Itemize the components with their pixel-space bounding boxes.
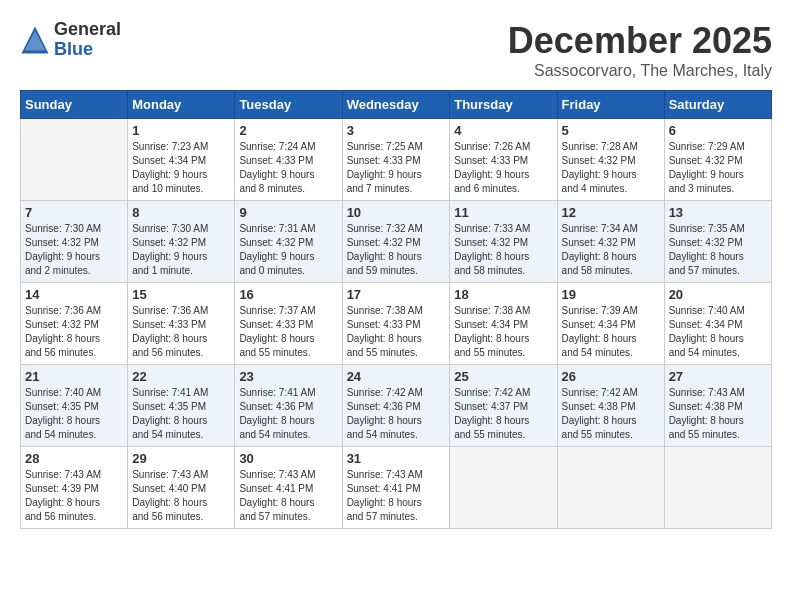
day-number: 14: [25, 287, 123, 302]
calendar-day-cell: 13Sunrise: 7:35 AM Sunset: 4:32 PM Dayli…: [664, 201, 771, 283]
logo-general-text: General: [54, 20, 121, 40]
calendar-day-cell: 31Sunrise: 7:43 AM Sunset: 4:41 PM Dayli…: [342, 447, 450, 529]
day-info: Sunrise: 7:43 AM Sunset: 4:39 PM Dayligh…: [25, 468, 123, 524]
logo-text: General Blue: [54, 20, 121, 60]
weekday-header-saturday: Saturday: [664, 91, 771, 119]
weekday-header-friday: Friday: [557, 91, 664, 119]
day-number: 19: [562, 287, 660, 302]
day-info: Sunrise: 7:42 AM Sunset: 4:36 PM Dayligh…: [347, 386, 446, 442]
calendar-day-cell: 21Sunrise: 7:40 AM Sunset: 4:35 PM Dayli…: [21, 365, 128, 447]
month-title: December 2025: [508, 20, 772, 62]
day-number: 10: [347, 205, 446, 220]
location-title: Sassocorvaro, The Marches, Italy: [508, 62, 772, 80]
day-number: 5: [562, 123, 660, 138]
calendar-day-cell: 2Sunrise: 7:24 AM Sunset: 4:33 PM Daylig…: [235, 119, 342, 201]
calendar-week-row: 28Sunrise: 7:43 AM Sunset: 4:39 PM Dayli…: [21, 447, 772, 529]
logo: General Blue: [20, 20, 121, 60]
day-number: 25: [454, 369, 552, 384]
logo-blue-text: Blue: [54, 40, 121, 60]
day-number: 2: [239, 123, 337, 138]
day-info: Sunrise: 7:42 AM Sunset: 4:37 PM Dayligh…: [454, 386, 552, 442]
day-info: Sunrise: 7:41 AM Sunset: 4:36 PM Dayligh…: [239, 386, 337, 442]
calendar-day-cell: 4Sunrise: 7:26 AM Sunset: 4:33 PM Daylig…: [450, 119, 557, 201]
calendar-day-cell: 20Sunrise: 7:40 AM Sunset: 4:34 PM Dayli…: [664, 283, 771, 365]
day-number: 18: [454, 287, 552, 302]
calendar-day-cell: 14Sunrise: 7:36 AM Sunset: 4:32 PM Dayli…: [21, 283, 128, 365]
calendar-table: SundayMondayTuesdayWednesdayThursdayFrid…: [20, 90, 772, 529]
calendar-day-cell: 16Sunrise: 7:37 AM Sunset: 4:33 PM Dayli…: [235, 283, 342, 365]
day-info: Sunrise: 7:35 AM Sunset: 4:32 PM Dayligh…: [669, 222, 767, 278]
day-info: Sunrise: 7:36 AM Sunset: 4:33 PM Dayligh…: [132, 304, 230, 360]
calendar-week-row: 7Sunrise: 7:30 AM Sunset: 4:32 PM Daylig…: [21, 201, 772, 283]
day-info: Sunrise: 7:29 AM Sunset: 4:32 PM Dayligh…: [669, 140, 767, 196]
day-info: Sunrise: 7:40 AM Sunset: 4:34 PM Dayligh…: [669, 304, 767, 360]
day-number: 1: [132, 123, 230, 138]
calendar-day-cell: 7Sunrise: 7:30 AM Sunset: 4:32 PM Daylig…: [21, 201, 128, 283]
day-info: Sunrise: 7:33 AM Sunset: 4:32 PM Dayligh…: [454, 222, 552, 278]
calendar-day-cell: 24Sunrise: 7:42 AM Sunset: 4:36 PM Dayli…: [342, 365, 450, 447]
day-number: 3: [347, 123, 446, 138]
weekday-header-monday: Monday: [128, 91, 235, 119]
day-info: Sunrise: 7:23 AM Sunset: 4:34 PM Dayligh…: [132, 140, 230, 196]
calendar-empty-cell: [450, 447, 557, 529]
day-info: Sunrise: 7:40 AM Sunset: 4:35 PM Dayligh…: [25, 386, 123, 442]
day-number: 12: [562, 205, 660, 220]
calendar-header-row: SundayMondayTuesdayWednesdayThursdayFrid…: [21, 91, 772, 119]
calendar-day-cell: 11Sunrise: 7:33 AM Sunset: 4:32 PM Dayli…: [450, 201, 557, 283]
weekday-header-wednesday: Wednesday: [342, 91, 450, 119]
day-number: 4: [454, 123, 552, 138]
calendar-day-cell: 6Sunrise: 7:29 AM Sunset: 4:32 PM Daylig…: [664, 119, 771, 201]
day-number: 7: [25, 205, 123, 220]
day-number: 31: [347, 451, 446, 466]
day-number: 27: [669, 369, 767, 384]
day-info: Sunrise: 7:34 AM Sunset: 4:32 PM Dayligh…: [562, 222, 660, 278]
day-number: 26: [562, 369, 660, 384]
calendar-week-row: 14Sunrise: 7:36 AM Sunset: 4:32 PM Dayli…: [21, 283, 772, 365]
weekday-header-tuesday: Tuesday: [235, 91, 342, 119]
day-number: 21: [25, 369, 123, 384]
day-info: Sunrise: 7:43 AM Sunset: 4:40 PM Dayligh…: [132, 468, 230, 524]
day-info: Sunrise: 7:37 AM Sunset: 4:33 PM Dayligh…: [239, 304, 337, 360]
calendar-day-cell: 18Sunrise: 7:38 AM Sunset: 4:34 PM Dayli…: [450, 283, 557, 365]
day-number: 8: [132, 205, 230, 220]
calendar-empty-cell: [664, 447, 771, 529]
day-info: Sunrise: 7:25 AM Sunset: 4:33 PM Dayligh…: [347, 140, 446, 196]
calendar-day-cell: 19Sunrise: 7:39 AM Sunset: 4:34 PM Dayli…: [557, 283, 664, 365]
day-number: 9: [239, 205, 337, 220]
calendar-day-cell: 9Sunrise: 7:31 AM Sunset: 4:32 PM Daylig…: [235, 201, 342, 283]
day-info: Sunrise: 7:38 AM Sunset: 4:33 PM Dayligh…: [347, 304, 446, 360]
day-info: Sunrise: 7:41 AM Sunset: 4:35 PM Dayligh…: [132, 386, 230, 442]
calendar-day-cell: 30Sunrise: 7:43 AM Sunset: 4:41 PM Dayli…: [235, 447, 342, 529]
day-info: Sunrise: 7:30 AM Sunset: 4:32 PM Dayligh…: [132, 222, 230, 278]
calendar-day-cell: 5Sunrise: 7:28 AM Sunset: 4:32 PM Daylig…: [557, 119, 664, 201]
calendar-empty-cell: [557, 447, 664, 529]
day-info: Sunrise: 7:39 AM Sunset: 4:34 PM Dayligh…: [562, 304, 660, 360]
calendar-day-cell: 22Sunrise: 7:41 AM Sunset: 4:35 PM Dayli…: [128, 365, 235, 447]
day-info: Sunrise: 7:30 AM Sunset: 4:32 PM Dayligh…: [25, 222, 123, 278]
day-info: Sunrise: 7:42 AM Sunset: 4:38 PM Dayligh…: [562, 386, 660, 442]
day-number: 24: [347, 369, 446, 384]
calendar-day-cell: 27Sunrise: 7:43 AM Sunset: 4:38 PM Dayli…: [664, 365, 771, 447]
day-number: 11: [454, 205, 552, 220]
day-number: 22: [132, 369, 230, 384]
calendar-day-cell: 8Sunrise: 7:30 AM Sunset: 4:32 PM Daylig…: [128, 201, 235, 283]
calendar-day-cell: 25Sunrise: 7:42 AM Sunset: 4:37 PM Dayli…: [450, 365, 557, 447]
day-number: 15: [132, 287, 230, 302]
day-info: Sunrise: 7:26 AM Sunset: 4:33 PM Dayligh…: [454, 140, 552, 196]
day-number: 17: [347, 287, 446, 302]
page-header: General Blue December 2025 Sassocorvaro,…: [20, 20, 772, 80]
day-info: Sunrise: 7:32 AM Sunset: 4:32 PM Dayligh…: [347, 222, 446, 278]
calendar-day-cell: 23Sunrise: 7:41 AM Sunset: 4:36 PM Dayli…: [235, 365, 342, 447]
day-number: 23: [239, 369, 337, 384]
calendar-day-cell: 10Sunrise: 7:32 AM Sunset: 4:32 PM Dayli…: [342, 201, 450, 283]
calendar-empty-cell: [21, 119, 128, 201]
day-info: Sunrise: 7:24 AM Sunset: 4:33 PM Dayligh…: [239, 140, 337, 196]
calendar-day-cell: 12Sunrise: 7:34 AM Sunset: 4:32 PM Dayli…: [557, 201, 664, 283]
day-number: 6: [669, 123, 767, 138]
day-info: Sunrise: 7:36 AM Sunset: 4:32 PM Dayligh…: [25, 304, 123, 360]
day-info: Sunrise: 7:43 AM Sunset: 4:41 PM Dayligh…: [239, 468, 337, 524]
day-number: 30: [239, 451, 337, 466]
day-info: Sunrise: 7:43 AM Sunset: 4:41 PM Dayligh…: [347, 468, 446, 524]
day-number: 16: [239, 287, 337, 302]
calendar-day-cell: 3Sunrise: 7:25 AM Sunset: 4:33 PM Daylig…: [342, 119, 450, 201]
